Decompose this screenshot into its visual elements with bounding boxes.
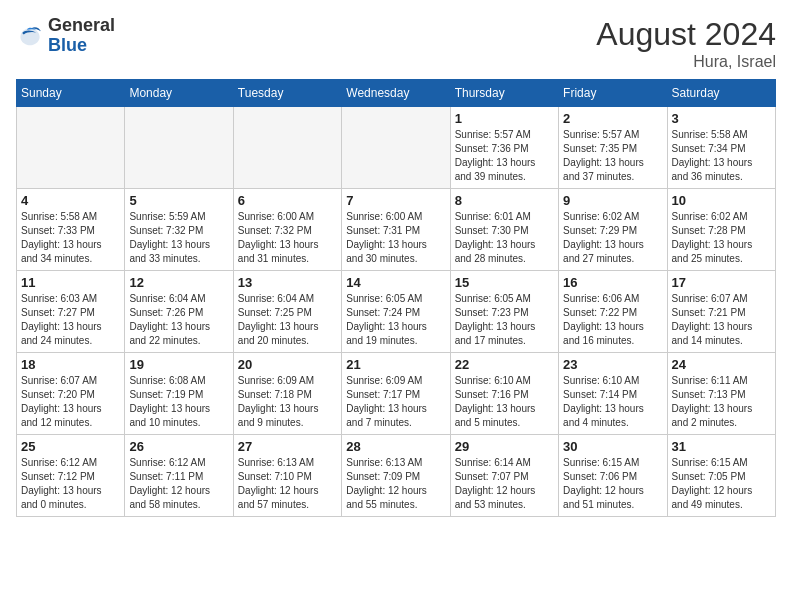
day-info: Sunrise: 6:15 AM Sunset: 7:06 PM Dayligh… xyxy=(563,456,662,512)
day-number: 8 xyxy=(455,193,554,208)
day-number: 28 xyxy=(346,439,445,454)
logo-general: General xyxy=(48,15,115,35)
weekday-header-monday: Monday xyxy=(125,80,233,107)
calendar-cell: 3Sunrise: 5:58 AM Sunset: 7:34 PM Daylig… xyxy=(667,107,775,189)
calendar-cell: 8Sunrise: 6:01 AM Sunset: 7:30 PM Daylig… xyxy=(450,189,558,271)
day-info: Sunrise: 6:07 AM Sunset: 7:20 PM Dayligh… xyxy=(21,374,120,430)
calendar-cell: 11Sunrise: 6:03 AM Sunset: 7:27 PM Dayli… xyxy=(17,271,125,353)
weekday-header-saturday: Saturday xyxy=(667,80,775,107)
day-number: 27 xyxy=(238,439,337,454)
logo-bird-icon xyxy=(16,22,44,50)
calendar-week-2: 4Sunrise: 5:58 AM Sunset: 7:33 PM Daylig… xyxy=(17,189,776,271)
day-info: Sunrise: 6:12 AM Sunset: 7:11 PM Dayligh… xyxy=(129,456,228,512)
calendar-cell: 7Sunrise: 6:00 AM Sunset: 7:31 PM Daylig… xyxy=(342,189,450,271)
day-info: Sunrise: 5:59 AM Sunset: 7:32 PM Dayligh… xyxy=(129,210,228,266)
calendar-cell: 2Sunrise: 5:57 AM Sunset: 7:35 PM Daylig… xyxy=(559,107,667,189)
calendar-week-1: 1Sunrise: 5:57 AM Sunset: 7:36 PM Daylig… xyxy=(17,107,776,189)
logo-blue: Blue xyxy=(48,35,87,55)
day-info: Sunrise: 6:10 AM Sunset: 7:14 PM Dayligh… xyxy=(563,374,662,430)
day-info: Sunrise: 5:58 AM Sunset: 7:33 PM Dayligh… xyxy=(21,210,120,266)
day-number: 16 xyxy=(563,275,662,290)
weekday-header-tuesday: Tuesday xyxy=(233,80,341,107)
day-number: 31 xyxy=(672,439,771,454)
day-info: Sunrise: 6:04 AM Sunset: 7:25 PM Dayligh… xyxy=(238,292,337,348)
weekday-header-sunday: Sunday xyxy=(17,80,125,107)
calendar-cell: 15Sunrise: 6:05 AM Sunset: 7:23 PM Dayli… xyxy=(450,271,558,353)
day-info: Sunrise: 6:13 AM Sunset: 7:09 PM Dayligh… xyxy=(346,456,445,512)
calendar-cell: 28Sunrise: 6:13 AM Sunset: 7:09 PM Dayli… xyxy=(342,435,450,517)
day-info: Sunrise: 5:58 AM Sunset: 7:34 PM Dayligh… xyxy=(672,128,771,184)
day-number: 13 xyxy=(238,275,337,290)
day-number: 7 xyxy=(346,193,445,208)
calendar-cell: 29Sunrise: 6:14 AM Sunset: 7:07 PM Dayli… xyxy=(450,435,558,517)
day-info: Sunrise: 6:09 AM Sunset: 7:18 PM Dayligh… xyxy=(238,374,337,430)
calendar-table: SundayMondayTuesdayWednesdayThursdayFrid… xyxy=(16,79,776,517)
location: Hura, Israel xyxy=(596,53,776,71)
weekday-header-thursday: Thursday xyxy=(450,80,558,107)
day-number: 2 xyxy=(563,111,662,126)
day-number: 20 xyxy=(238,357,337,372)
day-number: 22 xyxy=(455,357,554,372)
calendar-cell: 16Sunrise: 6:06 AM Sunset: 7:22 PM Dayli… xyxy=(559,271,667,353)
calendar-cell: 10Sunrise: 6:02 AM Sunset: 7:28 PM Dayli… xyxy=(667,189,775,271)
day-number: 12 xyxy=(129,275,228,290)
title-block: August 2024 Hura, Israel xyxy=(596,16,776,71)
day-info: Sunrise: 6:00 AM Sunset: 7:31 PM Dayligh… xyxy=(346,210,445,266)
calendar-cell: 23Sunrise: 6:10 AM Sunset: 7:14 PM Dayli… xyxy=(559,353,667,435)
calendar-cell: 31Sunrise: 6:15 AM Sunset: 7:05 PM Dayli… xyxy=(667,435,775,517)
day-info: Sunrise: 6:05 AM Sunset: 7:23 PM Dayligh… xyxy=(455,292,554,348)
day-info: Sunrise: 6:02 AM Sunset: 7:29 PM Dayligh… xyxy=(563,210,662,266)
calendar-cell: 26Sunrise: 6:12 AM Sunset: 7:11 PM Dayli… xyxy=(125,435,233,517)
day-number: 1 xyxy=(455,111,554,126)
calendar-cell: 30Sunrise: 6:15 AM Sunset: 7:06 PM Dayli… xyxy=(559,435,667,517)
day-info: Sunrise: 6:05 AM Sunset: 7:24 PM Dayligh… xyxy=(346,292,445,348)
calendar-cell: 14Sunrise: 6:05 AM Sunset: 7:24 PM Dayli… xyxy=(342,271,450,353)
calendar-cell: 4Sunrise: 5:58 AM Sunset: 7:33 PM Daylig… xyxy=(17,189,125,271)
day-info: Sunrise: 5:57 AM Sunset: 7:35 PM Dayligh… xyxy=(563,128,662,184)
day-info: Sunrise: 6:07 AM Sunset: 7:21 PM Dayligh… xyxy=(672,292,771,348)
day-number: 9 xyxy=(563,193,662,208)
day-number: 30 xyxy=(563,439,662,454)
calendar-cell: 25Sunrise: 6:12 AM Sunset: 7:12 PM Dayli… xyxy=(17,435,125,517)
calendar-cell: 6Sunrise: 6:00 AM Sunset: 7:32 PM Daylig… xyxy=(233,189,341,271)
calendar-week-5: 25Sunrise: 6:12 AM Sunset: 7:12 PM Dayli… xyxy=(17,435,776,517)
calendar-cell xyxy=(125,107,233,189)
calendar-cell: 20Sunrise: 6:09 AM Sunset: 7:18 PM Dayli… xyxy=(233,353,341,435)
day-info: Sunrise: 6:04 AM Sunset: 7:26 PM Dayligh… xyxy=(129,292,228,348)
day-number: 21 xyxy=(346,357,445,372)
calendar-cell: 24Sunrise: 6:11 AM Sunset: 7:13 PM Dayli… xyxy=(667,353,775,435)
calendar-cell: 18Sunrise: 6:07 AM Sunset: 7:20 PM Dayli… xyxy=(17,353,125,435)
day-number: 25 xyxy=(21,439,120,454)
calendar-cell: 5Sunrise: 5:59 AM Sunset: 7:32 PM Daylig… xyxy=(125,189,233,271)
calendar-cell: 9Sunrise: 6:02 AM Sunset: 7:29 PM Daylig… xyxy=(559,189,667,271)
calendar-cell: 19Sunrise: 6:08 AM Sunset: 7:19 PM Dayli… xyxy=(125,353,233,435)
calendar-cell xyxy=(17,107,125,189)
day-info: Sunrise: 6:02 AM Sunset: 7:28 PM Dayligh… xyxy=(672,210,771,266)
day-number: 24 xyxy=(672,357,771,372)
day-info: Sunrise: 6:03 AM Sunset: 7:27 PM Dayligh… xyxy=(21,292,120,348)
day-info: Sunrise: 6:13 AM Sunset: 7:10 PM Dayligh… xyxy=(238,456,337,512)
day-info: Sunrise: 6:14 AM Sunset: 7:07 PM Dayligh… xyxy=(455,456,554,512)
calendar-week-3: 11Sunrise: 6:03 AM Sunset: 7:27 PM Dayli… xyxy=(17,271,776,353)
day-info: Sunrise: 6:09 AM Sunset: 7:17 PM Dayligh… xyxy=(346,374,445,430)
day-number: 4 xyxy=(21,193,120,208)
calendar-cell: 13Sunrise: 6:04 AM Sunset: 7:25 PM Dayli… xyxy=(233,271,341,353)
day-info: Sunrise: 6:06 AM Sunset: 7:22 PM Dayligh… xyxy=(563,292,662,348)
day-info: Sunrise: 6:00 AM Sunset: 7:32 PM Dayligh… xyxy=(238,210,337,266)
day-number: 18 xyxy=(21,357,120,372)
calendar-week-4: 18Sunrise: 6:07 AM Sunset: 7:20 PM Dayli… xyxy=(17,353,776,435)
month-year: August 2024 xyxy=(596,16,776,53)
day-number: 11 xyxy=(21,275,120,290)
day-number: 17 xyxy=(672,275,771,290)
day-number: 23 xyxy=(563,357,662,372)
calendar-cell: 1Sunrise: 5:57 AM Sunset: 7:36 PM Daylig… xyxy=(450,107,558,189)
day-number: 29 xyxy=(455,439,554,454)
day-info: Sunrise: 6:10 AM Sunset: 7:16 PM Dayligh… xyxy=(455,374,554,430)
calendar-cell: 17Sunrise: 6:07 AM Sunset: 7:21 PM Dayli… xyxy=(667,271,775,353)
day-info: Sunrise: 6:01 AM Sunset: 7:30 PM Dayligh… xyxy=(455,210,554,266)
day-number: 26 xyxy=(129,439,228,454)
calendar-cell: 21Sunrise: 6:09 AM Sunset: 7:17 PM Dayli… xyxy=(342,353,450,435)
day-number: 5 xyxy=(129,193,228,208)
calendar-cell: 27Sunrise: 6:13 AM Sunset: 7:10 PM Dayli… xyxy=(233,435,341,517)
calendar-cell: 22Sunrise: 6:10 AM Sunset: 7:16 PM Dayli… xyxy=(450,353,558,435)
